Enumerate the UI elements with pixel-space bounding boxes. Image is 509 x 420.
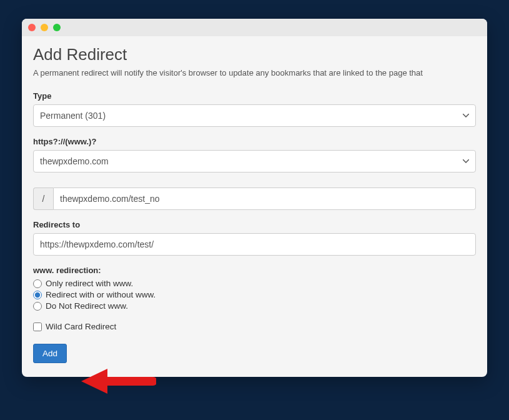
www-radio-none[interactable] (33, 302, 42, 311)
type-field: Type Permanent (301) (33, 91, 476, 127)
minimize-icon[interactable] (41, 24, 48, 31)
content-area: Add Redirect A permanent redirect will n… (22, 36, 487, 377)
www-option-none[interactable]: Do Not Redirect www. (33, 301, 476, 311)
www-option-both[interactable]: Redirect with or without www. (33, 290, 476, 299)
redirects-to-field: Redirects to (33, 220, 476, 256)
path-field: / (33, 188, 476, 210)
domain-field: https?://(www.)? thewpxdemo.com (33, 137, 476, 172)
type-select[interactable]: Permanent (301) (33, 104, 476, 127)
redirects-to-input[interactable] (33, 233, 476, 256)
page-title: Add Redirect (33, 45, 476, 64)
type-label: Type (33, 91, 476, 101)
www-radio-both[interactable] (33, 291, 42, 299)
www-redirection-group: www. redirection: Only redirect with www… (33, 266, 476, 311)
wildcard-checkbox[interactable] (33, 322, 42, 331)
www-option-only[interactable]: Only redirect with www. (33, 279, 476, 288)
domain-select[interactable]: thewpxdemo.com (33, 150, 476, 172)
maximize-icon[interactable] (53, 24, 61, 31)
www-label-none: Do Not Redirect www. (46, 301, 128, 311)
wildcard-group: Wild Card Redirect (33, 322, 476, 331)
path-input[interactable] (53, 188, 476, 210)
path-input-group: / (33, 188, 476, 210)
path-prefix: / (33, 188, 53, 210)
www-label-only: Only redirect with www. (46, 279, 133, 288)
page-description: A permanent redirect will notify the vis… (33, 68, 476, 78)
window-titlebar (22, 19, 487, 36)
wildcard-label: Wild Card Redirect (46, 322, 116, 331)
domain-label: https?://(www.)? (33, 137, 476, 146)
www-radio-only[interactable] (33, 279, 42, 288)
www-redirection-label: www. redirection: (33, 266, 476, 275)
redirects-to-label: Redirects to (33, 220, 476, 229)
add-button[interactable]: Add (33, 344, 67, 363)
close-icon[interactable] (28, 24, 36, 31)
window: Add Redirect A permanent redirect will n… (22, 19, 487, 377)
www-label-both: Redirect with or without www. (46, 290, 156, 299)
wildcard-option[interactable]: Wild Card Redirect (33, 322, 476, 331)
